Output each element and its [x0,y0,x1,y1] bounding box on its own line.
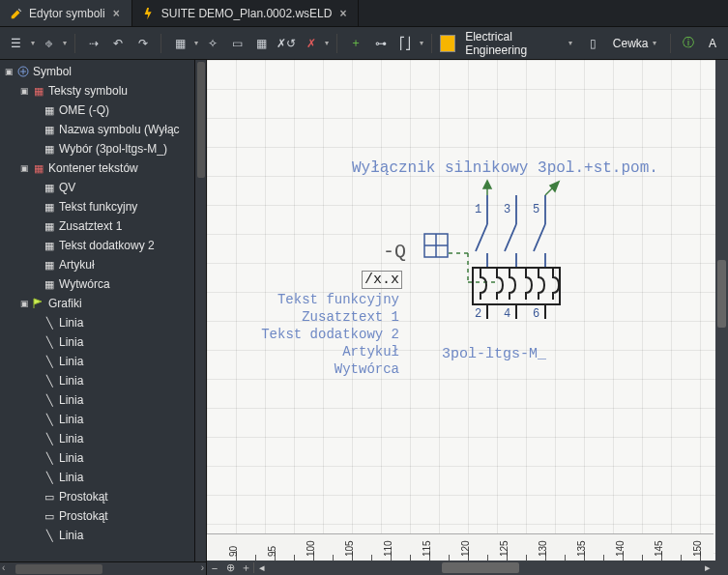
dropdown-arrow-icon[interactable]: ▾ [325,39,329,47]
tree-item[interactable]: ▦Zusatztext 1 [0,216,206,236]
scrollbar-thumb[interactable] [197,62,205,178]
snap-icon[interactable]: ✧ [202,32,223,55]
letter-indicator: A [703,37,722,50]
canvas-variant: 3pol-ltgs-M_ [442,346,546,362]
tree-item[interactable]: ╲Linia [0,371,206,390]
undo-delete-icon[interactable]: ✗↺ [276,32,297,55]
letter-value: A [709,37,716,50]
tree-item[interactable]: ╲Linia [0,448,206,468]
tree-group[interactable]: ▣ ▦ Kontener tekstów [0,158,206,178]
tree-group[interactable]: ▣ ▦ Teksty symbolu [0,81,206,101]
collapse-icon[interactable]: ▣ [19,86,29,96]
rect-icon[interactable]: ▭ [226,32,248,55]
tree-item[interactable]: ▦OME (-Q) [0,101,206,120]
close-icon[interactable]: × [337,7,348,20]
tree-label: Linia [59,335,83,349]
tree-item[interactable]: ▦Wybór (3pol-ltgs-M_) [0,139,206,158]
dropdown-arrow-icon[interactable]: ▾ [63,39,67,47]
ruler-tick-label: 95 [267,546,277,557]
tab-label: Edytor symboli [29,7,105,20]
ruler-tick-label: 140 [615,540,626,557]
dropdown-arrow-icon[interactable]: ▾ [194,39,198,47]
new-symbol-icon[interactable]: ⎆ [39,32,60,55]
dropdown-arrow-icon[interactable]: ▾ [420,39,423,47]
canvas-scrollbar-vertical[interactable] [715,60,728,561]
tree-label: Prostokąt [59,490,108,503]
undo-icon[interactable]: ↶ [107,32,129,55]
tree-item[interactable]: ╲Linia [0,526,206,545]
rect-icon: ▭ [43,490,56,503]
toolbar: ☰ ▾ ⎆ ▾ ⇢ ↶ ↷ ▦ ▾ ✧ ▭ ▦ ✗↺ ✗ ▾ ＋ ⊶ ⎡⎦ ▾ … [0,27,728,60]
grid-icon[interactable]: ▦ [169,32,190,55]
color-swatch[interactable] [440,35,455,52]
tree-item[interactable]: ╲Linia [0,410,206,429]
zoom-in-icon[interactable]: ＋ [238,561,253,575]
menu-icon[interactable]: ☰ [6,32,27,55]
tree-item[interactable]: ▦Nazwa symbolu (Wyłąc [0,120,206,139]
tab-symbol-editor[interactable]: Edytor symboli × [0,0,132,26]
zoom-fit-icon[interactable]: ⊕ [222,561,238,575]
discipline-dropdown[interactable]: Electrical Engineering ▾ [459,30,578,57]
collapse-icon[interactable]: ▣ [19,299,29,308]
link-icon[interactable]: ⇢ [83,32,104,55]
close-icon[interactable]: × [111,7,122,20]
container-icon: ▦ [32,161,45,175]
tree-item[interactable]: ▦Wytwórca [0,274,206,294]
tree-item[interactable]: ▭Prostokąt [0,506,206,526]
tree-item[interactable]: ▦Tekst funkcyjny [0,197,206,216]
tree-scrollbar-vertical[interactable] [194,60,206,561]
scrollbar-track[interactable] [270,561,700,575]
canvas-area[interactable]: Wyłącznik silnikowy 3pol.+st.pom. -Q /x.… [207,60,728,575]
canvas-scrollbar-horizontal[interactable]: − ⊕ ＋ ◂ ▸ [207,561,715,575]
scrollbar-thumb[interactable] [15,564,102,574]
tree-item[interactable]: ▦Artykuł [0,255,206,274]
tree-item[interactable]: ▭Prostokąt [0,487,206,506]
tree-item[interactable]: ╲Linia [0,332,206,352]
canvas-text-1: Tekst funkcyjny [277,292,399,307]
tree-label: QV [59,181,75,194]
svg-line-11 [505,224,516,251]
add-plus-icon[interactable]: ＋ [345,32,366,55]
info-icon[interactable]: ⓘ [678,32,699,55]
tab-strip: Edytor symboli × SUITE DEMO_Plan.0002.ws… [0,0,728,27]
coil-dropdown[interactable]: Cewka ▾ [607,37,662,50]
tree-label: Zusatztext 1 [59,219,122,233]
redo-icon[interactable]: ↷ [132,32,154,55]
tree-item[interactable]: ▦Tekst dodatkowy 2 [0,236,206,255]
delete-x-icon[interactable]: ✗ [301,32,322,55]
hash-icon: ▦ [43,277,56,291]
tree-item[interactable]: ╲Linia [0,390,206,410]
tree-item[interactable]: ╲Linia [0,468,206,487]
tree[interactable]: ▣ Symbol ▣ ▦ Teksty symbolu ▦OME (-Q) ▦N… [0,60,206,561]
dropdown-arrow-icon[interactable]: ▾ [31,39,35,47]
tab-suite-demo-plan[interactable]: SUITE DEMO_Plan.0002.wsELD × [132,0,360,26]
line-icon: ╲ [43,451,56,465]
scrollbar-thumb[interactable] [717,260,726,328]
tree-label: Linia [59,432,83,446]
tree-item[interactable]: ╲Linia [0,352,206,371]
tree-item[interactable]: ▦QV [0,178,206,197]
scroll-right-icon[interactable]: ▸ [700,561,715,575]
pin-top-5: 5 [533,203,539,216]
tree-item[interactable]: ╲Linia [0,313,206,332]
scrollbar-thumb[interactable] [442,562,519,573]
scroll-left-icon[interactable]: ◂ [254,561,270,575]
grid2-icon[interactable]: ▦ [251,32,273,55]
tree-group[interactable]: ▣ Grafiki [0,294,206,313]
collapse-icon[interactable]: ▣ [19,163,29,173]
tree-label: Wytwórca [59,277,110,291]
bracket-icon[interactable]: ⎡⎦ [394,32,416,55]
tree-item[interactable]: ╲Linia [0,429,206,448]
svg-marker-17 [483,181,491,188]
tree-root[interactable]: ▣ Symbol [0,62,206,81]
page-icon[interactable]: ▯ [582,32,603,55]
canvas-title: Wyłącznik silnikowy 3pol.+st.pom. [352,159,658,177]
collapse-icon[interactable]: ▣ [4,67,14,76]
separator [336,34,337,53]
tree-label: Linia [59,413,83,426]
line-icon: ╲ [43,393,56,407]
tree-label: Grafiki [48,297,82,310]
connector-icon[interactable]: ⊶ [370,32,392,55]
tree-scrollbar-horizontal[interactable]: ‹ › [0,561,206,575]
zoom-out-icon[interactable]: − [207,561,222,575]
